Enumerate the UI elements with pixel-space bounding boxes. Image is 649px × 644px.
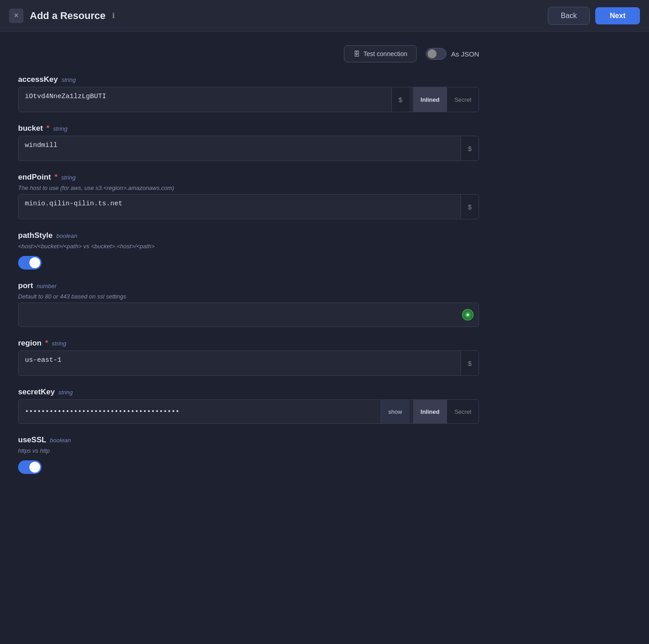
port-icon <box>460 307 476 323</box>
field-label-row-bucket: bucket * string <box>18 124 479 133</box>
field-group-accesskey: accessKey string $ Inlined Secret <box>18 75 479 112</box>
accesskey-input[interactable] <box>19 87 391 112</box>
accesskey-dollar-button[interactable]: $ <box>391 87 409 112</box>
field-type-accesskey: string <box>61 76 76 83</box>
input-wrap-secretkey: show Inlined Secret <box>18 399 479 424</box>
region-input[interactable] <box>19 351 461 375</box>
header-left: × Add a Resource ℹ <box>9 9 115 23</box>
input-wrap-port <box>18 303 479 327</box>
field-type-secretkey: string <box>58 389 73 396</box>
pathstyle-toggle[interactable] <box>18 256 42 270</box>
field-name-usessl: useSSL <box>18 436 46 445</box>
input-wrap-region: $ <box>18 350 479 376</box>
field-name-accesskey: accessKey <box>18 75 58 84</box>
main-content: 🗄 Test connection As JSON accessKey stri… <box>0 32 497 499</box>
field-label-row-region: region * string <box>18 339 479 348</box>
field-group-bucket: bucket * string $ <box>18 124 479 161</box>
field-required-region: * <box>45 339 48 348</box>
input-wrap-accesskey: $ Inlined Secret <box>18 87 479 112</box>
db-icon: 🗄 <box>353 50 360 57</box>
back-button[interactable]: Back <box>548 7 590 25</box>
svg-point-2 <box>467 314 469 316</box>
field-type-port: number <box>37 283 56 289</box>
as-json-label: As JSON <box>451 50 479 58</box>
secretkey-show-button[interactable]: show <box>381 400 409 423</box>
page-title: Add a Resource <box>30 10 106 22</box>
accesskey-secret-tab[interactable]: Secret <box>447 87 479 112</box>
input-wrap-bucket: $ <box>18 136 479 161</box>
secretkey-tabs: Inlined Secret <box>413 400 479 423</box>
field-label-row-usessl: useSSL boolean <box>18 436 479 445</box>
field-desc-port: Default to 80 or 443 based on ssl settin… <box>18 293 479 300</box>
test-connection-label: Test connection <box>363 50 407 57</box>
field-label-row-secretkey: secretKey string <box>18 388 479 397</box>
header: × Add a Resource ℹ Back Next <box>0 0 649 32</box>
secretkey-input[interactable] <box>19 400 381 423</box>
field-group-endpoint: endPoint * string The host to use (for a… <box>18 173 479 219</box>
field-desc-usessl: https vs http <box>18 447 479 454</box>
field-name-bucket: bucket <box>18 124 43 133</box>
bucket-input[interactable] <box>19 136 461 161</box>
field-name-endpoint: endPoint <box>18 173 51 182</box>
usessl-toggle[interactable] <box>18 460 42 474</box>
field-name-port: port <box>18 281 33 290</box>
field-group-region: region * string $ <box>18 339 479 376</box>
secretkey-secret-tab[interactable]: Secret <box>447 400 479 423</box>
field-group-usessl: useSSL boolean https vs http <box>18 436 479 474</box>
field-required-bucket: * <box>47 124 50 133</box>
field-desc-pathstyle: <host>/<bucket>/<path> vs <bucket>.<host… <box>18 243 479 250</box>
field-label-row-port: port number <box>18 281 479 290</box>
input-wrap-endpoint: $ <box>18 194 479 219</box>
accesskey-tabs: Inlined Secret <box>413 87 479 112</box>
header-right: Back Next <box>548 7 640 25</box>
accesskey-inlined-tab[interactable]: Inlined <box>413 87 447 112</box>
endpoint-dollar-button[interactable]: $ <box>461 194 479 219</box>
field-name-region: region <box>18 339 42 348</box>
field-name-secretkey: secretKey <box>18 388 55 397</box>
field-type-region: string <box>52 340 66 347</box>
field-label-row-accesskey: accessKey string <box>18 75 479 84</box>
field-group-secretkey: secretKey string show Inlined Secret <box>18 388 479 424</box>
close-button[interactable]: × <box>9 9 24 23</box>
field-label-row-endpoint: endPoint * string <box>18 173 479 182</box>
field-group-pathstyle: pathStyle boolean <host>/<bucket>/<path>… <box>18 231 479 270</box>
port-input[interactable] <box>19 303 457 327</box>
field-type-usessl: boolean <box>50 437 71 444</box>
test-connection-button[interactable]: 🗄 Test connection <box>344 45 417 62</box>
endpoint-input[interactable] <box>19 194 461 219</box>
next-button[interactable]: Next <box>595 7 640 24</box>
field-name-pathstyle: pathStyle <box>18 231 53 240</box>
field-type-endpoint: string <box>61 174 75 181</box>
bucket-dollar-button[interactable]: $ <box>461 136 479 161</box>
as-json-wrap: As JSON <box>426 48 479 60</box>
info-icon[interactable]: ℹ <box>112 11 115 20</box>
as-json-toggle[interactable] <box>426 48 447 60</box>
field-desc-endpoint: The host to use (for aws, use s3.<region… <box>18 185 479 191</box>
field-group-port: port number Default to 80 or 443 based o… <box>18 281 479 327</box>
field-type-bucket: string <box>53 125 67 132</box>
field-type-pathstyle: boolean <box>56 232 77 239</box>
secretkey-inlined-tab[interactable]: Inlined <box>413 400 447 423</box>
field-required-endpoint: * <box>55 173 58 182</box>
region-dollar-button[interactable]: $ <box>461 351 479 375</box>
top-bar: 🗄 Test connection As JSON <box>18 45 479 62</box>
field-label-row-pathstyle: pathStyle boolean <box>18 231 479 240</box>
